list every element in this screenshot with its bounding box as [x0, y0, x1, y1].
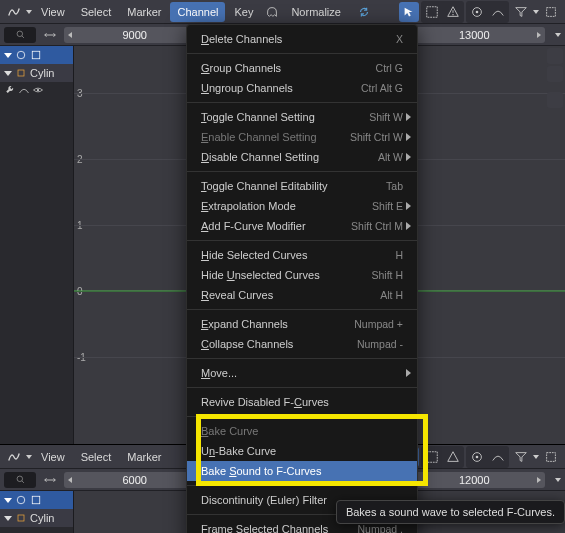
channel-sidebar: Cylin	[0, 491, 74, 533]
channel-sidebar: Cylin	[0, 46, 74, 444]
svg-point-18	[17, 496, 25, 504]
right-strip	[545, 46, 565, 110]
frame-value: 12000	[459, 474, 490, 486]
svg-point-11	[37, 89, 39, 91]
menu-select[interactable]: Select	[74, 447, 119, 467]
falloff-icon[interactable]	[488, 2, 508, 22]
menu-item[interactable]: Toggle Channel EditabilityTab	[187, 176, 417, 196]
scene-icon	[30, 49, 42, 61]
svg-point-14	[476, 455, 479, 458]
menu-item[interactable]: Ungroup ChannelsCtrl Alt G	[187, 78, 417, 98]
falloff-icon[interactable]	[488, 447, 508, 467]
sidebar-item-root[interactable]	[0, 491, 73, 509]
menu-item[interactable]: Hide Unselected CurvesShift H	[187, 265, 417, 285]
menu-item[interactable]: Extrapolation ModeShift E	[187, 196, 417, 216]
menu-item[interactable]: Un-Bake Curve	[187, 441, 417, 461]
object-icon	[15, 67, 27, 79]
svg-point-6	[17, 31, 23, 37]
snap-icon[interactable]	[422, 2, 442, 22]
menu-view[interactable]: View	[34, 447, 72, 467]
snap-icon[interactable]	[422, 447, 442, 467]
svg-point-4	[476, 10, 479, 13]
sidebar-item-label: Cylin	[30, 512, 54, 524]
chevron-down-icon[interactable]	[555, 33, 561, 37]
scene-icon	[15, 494, 27, 506]
svg-point-8	[17, 51, 25, 59]
svg-line-17	[21, 481, 23, 483]
ghost-icon[interactable]	[262, 2, 282, 22]
curve-icon[interactable]	[18, 84, 30, 96]
menu-item[interactable]: Collapse ChannelsNumpad -	[187, 334, 417, 354]
menu-item[interactable]: Group ChannelsCtrl G	[187, 58, 417, 78]
svg-rect-15	[547, 452, 556, 461]
menu-item[interactable]: Move...	[187, 363, 417, 383]
frame-value: 6000	[123, 474, 147, 486]
menu-select[interactable]: Select	[74, 2, 119, 22]
chevron-down-icon[interactable]	[26, 10, 32, 14]
menu-key[interactable]: Key	[227, 2, 260, 22]
expand-icon[interactable]	[541, 2, 561, 22]
header: View Select Marker Channel Key Normalize	[0, 0, 565, 24]
menu-item[interactable]: Delete ChannelsX	[187, 29, 417, 49]
wrench-icon[interactable]	[4, 84, 16, 96]
menu-item[interactable]: Disable Channel SettingAlt W	[187, 147, 417, 167]
proportional-icon[interactable]	[467, 447, 487, 467]
menu-marker[interactable]: Marker	[120, 447, 168, 467]
svg-rect-20	[18, 515, 24, 521]
eye-icon[interactable]	[32, 84, 44, 96]
editor-type-icon[interactable]	[4, 2, 24, 22]
triangle-down-icon	[4, 53, 12, 58]
menu-item[interactable]: Revive Disabled F-Curves	[187, 392, 417, 412]
svg-point-16	[17, 476, 23, 482]
sidebar-item-root[interactable]	[0, 46, 73, 64]
editor-type-icon[interactable]	[4, 447, 24, 467]
menu-channel[interactable]: Channel	[170, 2, 225, 22]
cursor-icon[interactable]	[399, 2, 419, 22]
menu-item[interactable]: Hide Selected CurvesH	[187, 245, 417, 265]
warning-icon[interactable]	[443, 447, 463, 467]
frame-start-field[interactable]: 9000	[64, 27, 206, 43]
chevron-down-icon[interactable]	[533, 10, 539, 14]
menu-item[interactable]: Expand ChannelsNumpad +	[187, 314, 417, 334]
panel-toggle[interactable]	[547, 48, 563, 64]
svg-rect-0	[427, 6, 438, 17]
filter-icon[interactable]	[511, 447, 531, 467]
warning-icon[interactable]	[443, 2, 463, 22]
frame-value: 9000	[123, 29, 147, 41]
frame-end-field[interactable]: 13000	[404, 27, 546, 43]
filter-icon[interactable]	[511, 2, 531, 22]
expand-icon[interactable]	[541, 447, 561, 467]
menu-item[interactable]: Enable Channel SettingShift Ctrl W	[187, 127, 417, 147]
menu-item[interactable]: Bake Sound to F-Curves	[187, 461, 417, 481]
menu-marker[interactable]: Marker	[120, 2, 168, 22]
menu-item[interactable]: Toggle Channel SettingShift W	[187, 107, 417, 127]
chevron-down-icon[interactable]	[533, 455, 539, 459]
tooltip: Bakes a sound wave to selected F-Curves.	[336, 500, 565, 524]
sidebar-item-object[interactable]: Cylin	[0, 64, 73, 82]
y-axis: 3 2 1 0 -1	[74, 46, 92, 444]
arrows-h-icon[interactable]	[40, 470, 60, 490]
arrows-h-icon[interactable]	[40, 25, 60, 45]
object-icon	[15, 512, 27, 524]
normalize-toggle[interactable]: Normalize	[284, 2, 348, 22]
refresh-icon[interactable]	[354, 2, 374, 22]
chevron-down-icon[interactable]	[26, 455, 32, 459]
scene-icon	[15, 49, 27, 61]
panel-toggle[interactable]	[547, 92, 563, 108]
menu-view[interactable]: View	[34, 2, 72, 22]
panel-toggle[interactable]	[547, 66, 563, 82]
proportional-icon[interactable]	[467, 2, 487, 22]
sidebar-icons	[0, 82, 73, 98]
search-input[interactable]	[4, 27, 36, 43]
sidebar-item-object[interactable]: Cylin	[0, 509, 73, 527]
svg-line-7	[21, 36, 23, 38]
frame-start-field[interactable]: 6000	[64, 472, 206, 488]
frame-end-field[interactable]: 12000	[404, 472, 546, 488]
proportional-group	[466, 1, 509, 23]
menu-item[interactable]: Bake Curve	[187, 421, 417, 441]
svg-rect-19	[32, 496, 40, 504]
menu-item[interactable]: Reveal CurvesAlt H	[187, 285, 417, 305]
chevron-down-icon[interactable]	[555, 478, 561, 482]
search-input[interactable]	[4, 472, 36, 488]
menu-item[interactable]: Add F-Curve ModifierShift Ctrl M	[187, 216, 417, 236]
